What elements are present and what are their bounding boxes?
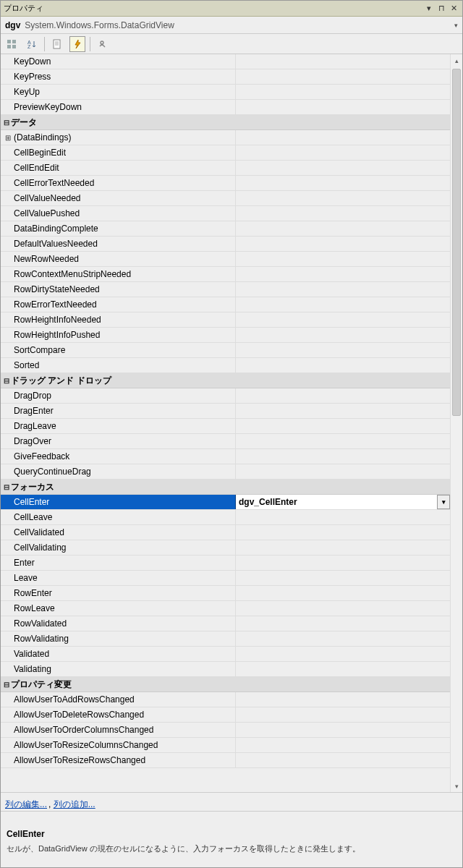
property-row[interactable]: Validating xyxy=(1,662,450,677)
property-name-cell[interactable]: RowValidated xyxy=(1,616,236,631)
property-name-cell[interactable]: KeyUp xyxy=(1,85,236,99)
collapse-icon[interactable]: ⊟ xyxy=(2,681,11,689)
property-row[interactable]: AllowUserToOrderColumnsChanged xyxy=(1,723,450,738)
property-row[interactable]: CellLeave xyxy=(1,510,450,525)
value-dropdown-button[interactable]: ▾ xyxy=(437,495,450,509)
property-row[interactable]: CellValuePushed xyxy=(1,206,450,221)
property-name-cell[interactable]: DragOver xyxy=(1,434,236,448)
property-value-cell[interactable] xyxy=(236,85,450,99)
property-row[interactable]: CellEndEdit xyxy=(1,161,450,176)
category-header[interactable]: ⊟フォーカス xyxy=(1,480,450,495)
property-name-cell[interactable]: CellValidating xyxy=(1,540,236,555)
property-name-cell[interactable]: Leave xyxy=(1,571,236,585)
object-selector[interactable]: dgv System.Windows.Forms.DataGridView ▾ xyxy=(1,17,462,34)
property-row[interactable]: ⊞(DataBindings) xyxy=(1,130,450,145)
property-value-cell[interactable] xyxy=(236,388,450,403)
property-value-cell[interactable] xyxy=(236,100,450,114)
property-row[interactable]: KeyPress xyxy=(1,69,450,85)
property-value-cell[interactable] xyxy=(236,130,450,145)
property-name-cell[interactable]: RowValidating xyxy=(1,631,236,646)
property-row[interactable]: CellErrorTextNeeded xyxy=(1,176,450,191)
property-row[interactable]: RowHeightInfoPushed xyxy=(1,328,450,343)
events-tab-button[interactable] xyxy=(69,36,85,52)
expand-icon[interactable]: ⊞ xyxy=(4,134,12,142)
categorized-view-button[interactable] xyxy=(4,36,20,52)
property-row[interactable]: Enter xyxy=(1,556,450,571)
property-name-cell[interactable]: DragDrop xyxy=(1,388,236,403)
property-row[interactable]: RowLeave xyxy=(1,601,450,616)
property-name-cell[interactable]: Sorted xyxy=(1,358,236,373)
property-name-cell[interactable]: RowErrorTextNeeded xyxy=(1,297,236,312)
property-name-cell[interactable]: AllowUserToDeleteRowsChanged xyxy=(1,707,236,722)
property-value-cell[interactable] xyxy=(236,631,450,646)
property-name-cell[interactable]: CellBeginEdit xyxy=(1,145,236,160)
property-row[interactable]: Sorted xyxy=(1,358,450,373)
property-row[interactable]: DragOver xyxy=(1,434,450,449)
property-value-cell[interactable] xyxy=(236,753,450,767)
property-name-cell[interactable]: PreviewKeyDown xyxy=(1,100,236,114)
property-row[interactable]: RowValidated xyxy=(1,616,450,631)
property-row[interactable]: DefaultValuesNeeded xyxy=(1,237,450,252)
property-name-cell[interactable]: KeyDown xyxy=(1,54,236,69)
property-name-cell[interactable]: AllowUserToAddRowsChanged xyxy=(1,692,236,707)
property-value-cell[interactable] xyxy=(236,252,450,266)
property-row[interactable]: Leave xyxy=(1,571,450,586)
property-row[interactable]: AllowUserToAddRowsChanged xyxy=(1,692,450,707)
property-row[interactable]: Validated xyxy=(1,647,450,662)
property-value-cell[interactable] xyxy=(236,571,450,585)
property-row[interactable]: RowEnter xyxy=(1,586,450,601)
property-value-cell[interactable] xyxy=(236,692,450,707)
property-value-cell[interactable] xyxy=(236,662,450,676)
property-name-cell[interactable]: CellValuePushed xyxy=(1,206,236,221)
property-row[interactable]: KeyDown xyxy=(1,54,450,69)
property-value-cell[interactable] xyxy=(236,221,450,236)
property-name-cell[interactable]: RowHeightInfoNeeded xyxy=(1,312,236,327)
property-row[interactable]: CellValidated xyxy=(1,525,450,540)
property-value-cell[interactable] xyxy=(236,616,450,631)
property-value-cell[interactable] xyxy=(236,358,450,373)
property-value-cell[interactable] xyxy=(236,707,450,722)
property-value-cell[interactable] xyxy=(236,419,450,433)
property-name-cell[interactable]: AllowUserToResizeRowsChanged xyxy=(1,753,236,767)
property-name-cell[interactable]: RowLeave xyxy=(1,601,236,616)
scroll-thumb[interactable] xyxy=(452,69,461,416)
property-name-cell[interactable]: SortCompare xyxy=(1,343,236,357)
collapse-icon[interactable]: ⊟ xyxy=(2,119,11,127)
property-name-cell[interactable]: QueryContinueDrag xyxy=(1,464,236,479)
property-row[interactable]: RowValidating xyxy=(1,631,450,647)
property-value-cell[interactable] xyxy=(236,738,450,752)
property-value-cell[interactable] xyxy=(236,510,450,524)
property-name-cell[interactable]: Validated xyxy=(1,647,236,661)
property-value-cell[interactable] xyxy=(236,540,450,555)
property-row[interactable]: CellEnterdgv_CellEnter▾ xyxy=(1,495,450,510)
property-name-cell[interactable]: CellLeave xyxy=(1,510,236,524)
property-row[interactable]: CellBeginEdit xyxy=(1,145,450,161)
property-value-cell[interactable] xyxy=(236,54,450,69)
property-value-cell[interactable]: dgv_CellEnter▾ xyxy=(236,495,450,509)
property-row[interactable]: NewRowNeeded xyxy=(1,252,450,267)
property-name-cell[interactable]: CellEnter xyxy=(1,495,236,509)
property-row[interactable]: DragDrop xyxy=(1,388,450,404)
property-row[interactable]: AllowUserToResizeColumnsChanged xyxy=(1,738,450,753)
property-value-cell[interactable] xyxy=(236,328,450,342)
panel-titlebar[interactable]: プロパティ ▾ ⊓ ✕ xyxy=(1,1,462,17)
property-name-cell[interactable]: ⊞(DataBindings) xyxy=(1,130,236,145)
property-value-cell[interactable] xyxy=(236,176,450,190)
property-row[interactable]: CellValidating xyxy=(1,540,450,556)
property-row[interactable]: CellValueNeeded xyxy=(1,191,450,206)
property-value-cell[interactable] xyxy=(236,237,450,251)
vertical-scrollbar[interactable]: ▴ ▾ xyxy=(450,54,462,792)
add-column-link[interactable]: 列の追加... xyxy=(54,799,95,809)
property-name-cell[interactable]: Enter xyxy=(1,556,236,570)
property-value-cell[interactable] xyxy=(236,404,450,418)
property-name-cell[interactable]: RowHeightInfoPushed xyxy=(1,328,236,342)
property-name-cell[interactable]: GiveFeedback xyxy=(1,449,236,464)
property-row[interactable]: AllowUserToDeleteRowsChanged xyxy=(1,707,450,723)
property-name-cell[interactable]: CellValueNeeded xyxy=(1,191,236,205)
property-value-cell[interactable] xyxy=(236,312,450,327)
alphabetical-view-button[interactable]: AZ xyxy=(24,36,40,52)
category-header[interactable]: ⊟プロパティ変更 xyxy=(1,677,450,692)
close-icon[interactable]: ✕ xyxy=(448,4,459,14)
property-row[interactable]: AllowUserToResizeRowsChanged xyxy=(1,753,450,768)
properties-tab-button[interactable] xyxy=(49,36,65,52)
